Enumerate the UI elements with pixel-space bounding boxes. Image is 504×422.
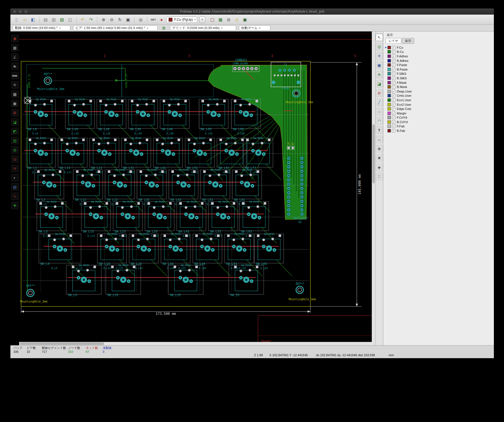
tab-layers[interactable]: レイヤ (386, 38, 401, 44)
add-graphic-line-icon[interactable]: ╱ (376, 99, 383, 106)
layer-dropdown-button[interactable]: ▾ (199, 16, 205, 23)
title-bar[interactable]: Pcbnew 4.0.2-stable /Users/cho45/Dropbox… (10, 8, 494, 15)
layer-row-F.Mask[interactable]: F.Mask (383, 80, 494, 85)
layer-visibility-checkbox[interactable] (392, 63, 395, 67)
layer-color-swatch[interactable] (387, 50, 391, 53)
add-keepout-icon[interactable]: ⊘ (376, 89, 383, 97)
grid-origin-icon[interactable]: ∷ (376, 173, 383, 180)
layer-color-swatch[interactable] (387, 129, 391, 132)
minimize-window-button[interactable] (19, 10, 22, 13)
layer-visibility-checkbox[interactable] (392, 50, 395, 53)
vertical-scrollbar-thumb[interactable] (372, 124, 375, 183)
page-settings-icon[interactable]: ▤ (42, 16, 49, 23)
layer-visibility-checkbox[interactable] (392, 72, 395, 75)
layer-row-B.SilkS[interactable]: B.SilkS (383, 76, 494, 80)
layer-visibility-checkbox[interactable] (392, 112, 395, 115)
layer-visibility-checkbox[interactable] (392, 85, 395, 89)
layer-visibility-checkbox[interactable] (392, 90, 395, 93)
save-board-icon[interactable]: ◧ (30, 16, 36, 23)
hide-zones-icon[interactable]: ▨ (11, 137, 19, 144)
layer-row-Eco1.User[interactable]: Eco1.User (383, 98, 494, 102)
layer-visibility-checkbox[interactable] (392, 68, 395, 71)
new-board-icon[interactable]: ▯ (13, 16, 20, 23)
layer-visibility-checkbox[interactable] (392, 98, 395, 102)
close-window-button[interactable] (13, 10, 16, 13)
layer-row-B.Cu[interactable]: B.Cu (383, 50, 494, 54)
drc-icon[interactable]: ● (158, 16, 165, 23)
drill-origin-icon[interactable]: ◈ (376, 164, 383, 171)
add-dimension-icon[interactable]: ↔ (376, 136, 383, 143)
route-tracks-icon[interactable]: ≋ (376, 71, 383, 78)
layer-color-swatch[interactable] (387, 46, 391, 49)
layer-row-B.CrtYd[interactable]: B.CrtYd (383, 120, 494, 124)
layer-visibility-checkbox[interactable] (392, 76, 395, 80)
layer-visibility-checkbox[interactable] (392, 107, 395, 110)
layer-row-F.Adhes[interactable]: F.Adhes (383, 54, 494, 58)
layer-color-swatch[interactable] (387, 85, 391, 89)
layer-color-swatch[interactable] (387, 72, 391, 75)
cursor-shape-icon[interactable]: ✛ (11, 81, 19, 89)
zoom-window-button[interactable] (24, 10, 28, 13)
layer-visibility-checkbox[interactable] (392, 120, 395, 124)
layer-color-swatch[interactable] (387, 76, 391, 80)
zones-outline-icon[interactable]: ◩ (11, 128, 19, 135)
layer-color-swatch[interactable] (387, 81, 391, 84)
layer-row-B.Mask[interactable]: B.Mask (383, 85, 494, 89)
layer-visibility-checkbox[interactable] (392, 103, 395, 106)
layer-row-Edge.Cuts[interactable]: Edge.Cuts (383, 107, 494, 111)
module-editor-icon[interactable]: ◫ (67, 16, 73, 23)
horizontal-scrollbar-thumb[interactable] (20, 342, 104, 345)
layer-row-Margin[interactable]: Margin (383, 111, 494, 116)
contrast-mode-icon[interactable]: ▣ (242, 16, 248, 23)
track-width-dropdown[interactable]: 配線: 0.500 mm (19.69 mils) * (13, 25, 70, 31)
layer-color-swatch[interactable] (387, 120, 391, 124)
zoom-level-dropdown[interactable]: 自動ズーム (239, 25, 270, 31)
vias-sketch-icon[interactable]: ◎ (11, 155, 19, 163)
drc-enable-icon[interactable]: ◉ (11, 35, 19, 42)
add-zone-icon[interactable]: ◪ (376, 80, 383, 87)
module-ratsnest-icon[interactable]: ▣ (11, 100, 19, 107)
add-circle-icon[interactable]: ○ (376, 108, 383, 115)
redo-icon[interactable]: ↷ (88, 16, 94, 23)
layer-row-B.Adhes[interactable]: B.Adhes (383, 58, 494, 63)
layer-row-B.Fab[interactable]: B.Fab (383, 128, 494, 133)
local-ratsnest-icon[interactable]: ✛ (376, 52, 383, 60)
via-size-dropdown[interactable]: ビア: 1.50 mm (59.1 mils)/ 0.80 mm (31.5 m… (73, 25, 158, 31)
units-mm-icon[interactable]: mm (11, 72, 19, 79)
auto-delete-track-icon[interactable]: ⊠ (11, 109, 19, 116)
layer-color-swatch[interactable] (387, 90, 391, 93)
open-board-icon[interactable]: ▱ (21, 16, 28, 23)
layer-selector-dropdown[interactable]: F.Cu (PgUp) (166, 17, 197, 23)
layer-row-B.Paste[interactable]: B.Paste (383, 67, 494, 72)
add-arc-icon[interactable]: ◠ (376, 117, 383, 125)
layer-visibility-checkbox[interactable] (392, 94, 395, 97)
layer-visibility-checkbox[interactable] (392, 125, 395, 128)
high-contrast-icon[interactable]: ◐ (11, 174, 19, 181)
highlight-net-icon[interactable]: ◎ (376, 43, 383, 50)
vertical-scrollbar[interactable] (372, 31, 375, 342)
zoom-in-icon[interactable]: ⊕ (100, 16, 107, 23)
add-text-icon[interactable]: T (376, 127, 383, 134)
layer-color-swatch[interactable] (387, 63, 391, 67)
layer-row-F.CrtYd[interactable]: F.CrtYd (383, 116, 494, 120)
horizontal-scrollbar[interactable] (19, 342, 372, 345)
track-via-settings-icon[interactable]: ≣ (160, 25, 167, 31)
layer-row-F.Fab[interactable]: F.Fab (383, 124, 494, 129)
layer-color-swatch[interactable] (387, 112, 391, 115)
pads-sketch-icon[interactable]: ◍ (11, 146, 19, 154)
add-target-icon[interactable]: ⊕ (376, 145, 383, 152)
pcb-canvas[interactable]: 2345Sheet:SW_PUSHSW_L0D_L0SW_PUSHSW_L10D… (19, 31, 375, 345)
layer-visibility-checkbox[interactable] (392, 81, 395, 84)
undo-icon[interactable]: ↶ (79, 16, 86, 23)
extra-tools-icon[interactable]: ✚ (11, 202, 19, 209)
layer-visibility-checkbox[interactable] (392, 59, 395, 62)
zoom-out-icon[interactable]: ⊖ (108, 16, 115, 23)
netlist-icon[interactable]: NET (150, 16, 157, 23)
layer-visibility-checkbox[interactable] (392, 116, 395, 119)
plot-icon[interactable]: ▨ (59, 16, 65, 23)
layer-color-swatch[interactable] (387, 98, 391, 102)
drc-warnings-icon[interactable]: ⚠ (234, 16, 240, 23)
delete-items-icon[interactable]: ✖ (376, 154, 383, 162)
polar-coords-icon[interactable]: ∠ (11, 53, 19, 61)
route-mode-icon[interactable]: ▩ (217, 16, 224, 23)
